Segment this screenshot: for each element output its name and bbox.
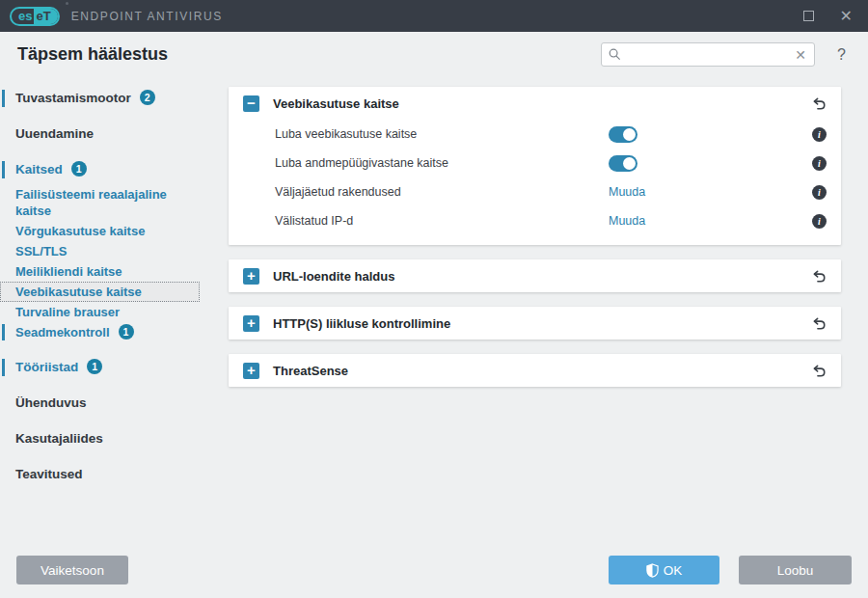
setting-label: Luba andmepüügivastane kaitse [275, 156, 609, 170]
trademark-dot [66, 2, 68, 5]
help-icon[interactable]: ? [837, 46, 846, 64]
sidebar-item-label: SSL/TLS [15, 244, 67, 258]
sidebar-item-uuendamine[interactable]: Uuendamine [0, 123, 200, 145]
settings-section-threatsense: +ThreatSense [229, 354, 841, 387]
app-title: ENDPOINT ANTIVIRUS [71, 10, 223, 23]
header: Täpsem häälestus ✕ ? [0, 32, 868, 85]
section-body: Luba veebikasutuse kaitseiLuba andmepüüg… [229, 120, 841, 245]
sidebar-item-uhenduvus[interactable]: Ühenduvus [0, 393, 200, 414]
defaults-button-label: Vaiketsoon [41, 563, 104, 578]
collapse-icon[interactable]: − [243, 95, 259, 112]
page-title: Täpsem häälestus [17, 44, 168, 65]
active-indicator [2, 359, 5, 376]
sidebar-item-label: Võrgukasutuse kaitse [15, 224, 145, 238]
notification-badge: 1 [87, 359, 102, 374]
revert-to-default-icon[interactable] [812, 269, 827, 284]
sidebar-item-label: Ühenduvus [15, 395, 87, 410]
toggle-knob [623, 157, 636, 170]
sidebar-item-label: Tuvastamismootor [15, 91, 131, 105]
sidebar-item-label: Turvaline brauser [15, 305, 120, 319]
active-indicator [2, 90, 5, 107]
clear-search-icon[interactable]: ✕ [794, 48, 807, 62]
sidebar-item-veebikasutuse-kaitse[interactable]: Veebikasutuse kaitse [0, 282, 200, 302]
sidebar-item-label: Veebikasutuse kaitse [15, 285, 142, 299]
toggle-knob [623, 128, 636, 141]
notification-badge: 1 [71, 161, 87, 177]
sidebar-item-label: Teavitused [15, 467, 83, 481]
sidebar-item-vorgukasutuse-kaitse[interactable]: Võrgukasutuse kaitse [0, 221, 200, 241]
expand-icon[interactable]: + [243, 363, 259, 379]
setting-row-luba-veebikasutuse-kaitse: Luba veebikasutuse kaitsei [243, 120, 827, 149]
setting-label: Väljajäetud rakendused [275, 185, 609, 199]
sidebar-item-label: Kasutajaliides [15, 431, 103, 446]
sidebar-item-meilikliendi-kaitse[interactable]: Meilikliendi kaitse [0, 261, 200, 282]
sidebar-item-tuvastamismootor[interactable]: Tuvastamismootor2 [0, 88, 200, 109]
ok-button[interactable]: OK [609, 556, 719, 584]
ok-button-label: OK [664, 563, 683, 578]
sidebar-item-label: Failisüsteemi reaalajaline kaitse [15, 187, 167, 218]
setting-label: Välistatud IP-d [275, 214, 609, 228]
section-title: Veebikasutuse kaitse [273, 96, 812, 111]
toggle-switch[interactable] [609, 126, 637, 143]
section-header-https-liikluse-kontrollimine[interactable]: +HTTP(S) liikluse kontrollimine [229, 307, 841, 340]
footer: Vaiketsoon OK Loobu [0, 540, 868, 598]
search-icon [609, 48, 621, 61]
content-area: Tuvastamismootor2UuendamineKaitsed1Faili… [0, 85, 868, 500]
expand-icon[interactable]: + [243, 315, 259, 332]
settings-panel: −Veebikasutuse kaitseLuba veebikasutuse … [229, 87, 841, 401]
info-icon[interactable]: i [812, 214, 827, 229]
section-header-threatsense[interactable]: +ThreatSense [229, 354, 841, 387]
search-input[interactable] [626, 48, 794, 62]
setting-row-valjajaetud-rakendused: Väljajäetud rakendusedMuudai [243, 177, 827, 206]
sidebar-item-seadmekontroll[interactable]: Seadmekontroll1 [0, 322, 200, 342]
section-header-veebikasutuse-kaitse[interactable]: −Veebikasutuse kaitse [229, 87, 841, 120]
sidebar-item-tooriistad[interactable]: Tööriistad1 [0, 357, 200, 378]
shield-icon [646, 563, 659, 578]
sidebar-item-label: Uuendamine [15, 126, 94, 141]
sidebar-item-ssl-tls[interactable]: SSL/TLS [0, 241, 200, 261]
section-title: HTTP(S) liikluse kontrollimine [273, 316, 812, 331]
eset-logo: es eT [10, 7, 60, 26]
sidebar-item-label: Tööriistad [15, 360, 78, 374]
section-title: URL-loendite haldus [273, 269, 812, 284]
sidebar-item-teavitused[interactable]: Teavitused [0, 464, 200, 485]
notification-badge: 2 [140, 90, 155, 105]
defaults-button[interactable]: Vaiketsoon [16, 556, 128, 584]
active-indicator [2, 324, 5, 340]
window-controls: ✕ [803, 9, 853, 24]
maximize-icon[interactable] [803, 11, 814, 21]
setting-row-valistatud-ip-d: Välistatud IP-dMuudai [243, 206, 827, 235]
cancel-button[interactable]: Loobu [739, 556, 852, 584]
sidebar-item-turvaline-brauser[interactable]: Turvaline brauser [0, 302, 200, 322]
section-title: ThreatSense [273, 364, 812, 378]
cancel-button-label: Loobu [777, 563, 814, 578]
sidebar-item-label: Seadmekontroll [15, 325, 110, 340]
sidebar-item-kaitsed[interactable]: Kaitsed1 [0, 159, 200, 180]
notification-badge: 1 [119, 324, 134, 340]
sidebar-item-label: Meilikliendi kaitse [15, 264, 122, 279]
search-box[interactable]: ✕ [601, 42, 815, 67]
revert-to-default-icon[interactable] [812, 364, 827, 378]
eset-logo-right: eT [34, 9, 57, 24]
eset-logo-left: es [12, 9, 34, 24]
sidebar-item-failisusteemi-reaalajaline-kaitse[interactable]: Failisüsteemi reaalajaline kaitse [0, 184, 200, 221]
revert-to-default-icon[interactable] [812, 316, 827, 331]
settings-section-url-loendite-haldus: +URL-loendite haldus [229, 259, 841, 292]
titlebar: es eT ENDPOINT ANTIVIRUS ✕ [0, 0, 868, 32]
setting-label: Luba veebikasutuse kaitse [275, 127, 609, 141]
info-icon[interactable]: i [812, 185, 827, 200]
close-icon[interactable]: ✕ [840, 9, 853, 24]
sidebar: Tuvastamismootor2UuendamineKaitsed1Faili… [0, 85, 214, 500]
active-indicator [2, 161, 5, 178]
settings-section-veebikasutuse-kaitse: −Veebikasutuse kaitseLuba veebikasutuse … [229, 87, 841, 245]
toggle-switch[interactable] [609, 155, 637, 172]
info-icon[interactable]: i [812, 127, 827, 142]
sidebar-item-kasutajaliides[interactable]: Kasutajaliides [0, 428, 200, 449]
edit-link[interactable]: Muuda [609, 185, 645, 199]
section-header-url-loendite-haldus[interactable]: +URL-loendite haldus [229, 259, 841, 292]
expand-icon[interactable]: + [243, 268, 259, 285]
revert-to-default-icon[interactable] [812, 96, 827, 111]
setting-row-luba-andmepuugivastane-kaitse: Luba andmepüügivastane kaitsei [243, 149, 827, 177]
edit-link[interactable]: Muuda [609, 214, 645, 228]
info-icon[interactable]: i [812, 156, 827, 171]
